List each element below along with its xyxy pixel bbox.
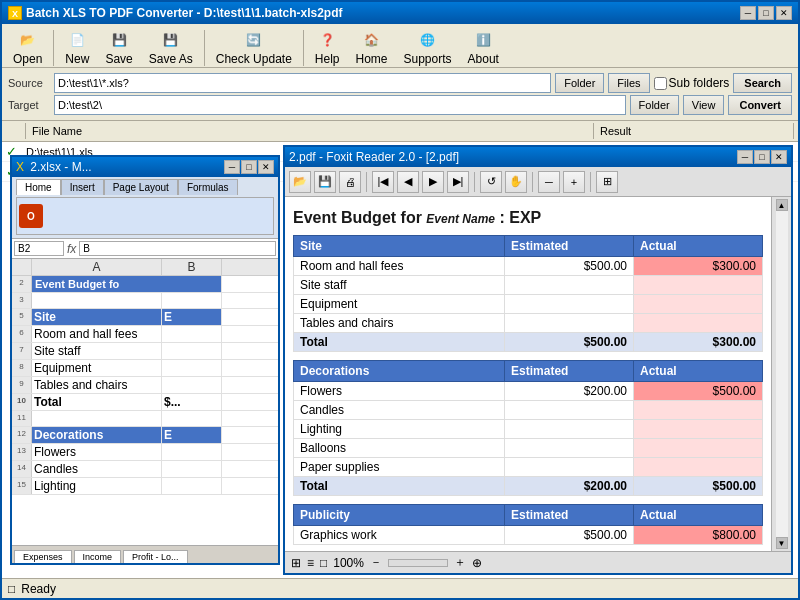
office-button[interactable]: O — [19, 204, 43, 228]
next-page-btn[interactable]: ▶| — [447, 171, 469, 193]
zoom-in-btn[interactable]: + — [563, 171, 585, 193]
pdf-title-bar: 2.pdf - Foxit Reader 2.0 - [2.pdf] ─ □ ✕ — [285, 147, 791, 167]
equip-actual — [634, 295, 763, 314]
col-b-header: B — [162, 259, 222, 275]
sheet-income[interactable]: Income — [74, 550, 122, 563]
tab-home[interactable]: Home — [16, 179, 61, 195]
formula-input[interactable] — [79, 241, 276, 256]
convert-button[interactable]: Convert — [728, 95, 792, 115]
save-button[interactable]: 💾 Save — [98, 27, 139, 69]
help-button[interactable]: ❓ Help — [308, 27, 347, 69]
site-header: Site — [294, 236, 505, 257]
cell-reference[interactable] — [14, 241, 64, 256]
sheet-profit[interactable]: Profit - Lo... — [123, 550, 188, 563]
flowers-cell: Flowers — [32, 444, 162, 460]
excel-ribbon: Home Insert Page Layout Formulas O — [12, 177, 278, 239]
formula-bar: fx — [12, 239, 278, 259]
budget-title-cell[interactable]: Event Budget fo — [32, 276, 222, 292]
print-pdf-btn[interactable]: 🖨 — [339, 171, 361, 193]
source-files-button[interactable]: Files — [608, 73, 649, 93]
target-folder-button[interactable]: Folder — [630, 95, 679, 115]
staff-row: Site staff — [294, 276, 763, 295]
zoom-out-footer[interactable]: － — [370, 554, 382, 571]
site-total-actual: $300.00 — [634, 333, 763, 352]
sheet-expenses[interactable]: Expenses — [14, 550, 72, 563]
title-bar: X Batch XLS TO PDF Converter - D:\test\1… — [2, 2, 798, 24]
target-row: Target Folder View Convert — [8, 95, 792, 115]
open-icon: 📂 — [18, 30, 38, 50]
room-actual: $300.00 — [634, 257, 763, 276]
pdf-minimize[interactable]: ─ — [737, 150, 753, 164]
excel-minimize[interactable]: ─ — [224, 160, 240, 174]
lighting-name: Lighting — [294, 420, 505, 439]
candles-name: Candles — [294, 401, 505, 420]
file-list-header: File Name Result — [2, 121, 798, 142]
room-estimated: $500.00 — [505, 257, 634, 276]
maximize-button[interactable]: □ — [758, 6, 774, 20]
tab-insert[interactable]: Insert — [61, 179, 104, 195]
zoom-in-footer[interactable]: ＋ — [454, 554, 466, 571]
excel-row-11: 11 — [12, 411, 278, 427]
staff-name: Site staff — [294, 276, 505, 295]
equip-cell: Equipment — [32, 360, 162, 376]
zoom-out-btn[interactable]: ─ — [538, 171, 560, 193]
pdf-toolbar: 📂 💾 🖨 |◀ ◀ ▶ ▶| ↺ ✋ ─ + ⊞ — [285, 167, 791, 197]
paper-estimated — [505, 458, 634, 477]
excel-row-14: 14 Candles — [12, 461, 278, 478]
equip-name: Equipment — [294, 295, 505, 314]
page-list-icon: ≡ — [307, 556, 314, 570]
source-folder-button[interactable]: Folder — [555, 73, 604, 93]
close-button[interactable]: ✕ — [776, 6, 792, 20]
about-icon: ℹ️ — [473, 30, 493, 50]
site-e-cell: E — [162, 309, 222, 325]
search-button[interactable]: Search — [733, 73, 792, 93]
site-cell[interactable]: Site — [32, 309, 162, 325]
pdf-close[interactable]: ✕ — [771, 150, 787, 164]
about-button[interactable]: ℹ️ About — [461, 27, 506, 69]
open-pdf-btn[interactable]: 📂 — [289, 171, 311, 193]
excel-close[interactable]: ✕ — [258, 160, 274, 174]
zoom-level: 100% — [333, 556, 364, 570]
home-button[interactable]: 🏠 Home — [349, 27, 395, 69]
minimize-button[interactable]: ─ — [740, 6, 756, 20]
zoom-slider[interactable] — [388, 559, 448, 567]
candles-actual — [634, 401, 763, 420]
balloons-name: Balloons — [294, 439, 505, 458]
source-label: Source — [8, 77, 50, 89]
source-target-panel: Source Folder Files Sub folders Search T… — [2, 68, 798, 121]
target-view-button[interactable]: View — [683, 95, 725, 115]
supports-button[interactable]: 🌐 Supports — [397, 27, 459, 69]
excel-maximize[interactable]: □ — [241, 160, 257, 174]
play-btn[interactable]: ▶ — [422, 171, 444, 193]
fit-page-btn[interactable]: ⊞ — [596, 171, 618, 193]
subfolders-checkbox[interactable] — [654, 77, 667, 90]
tables-row: Tables and chairs — [294, 314, 763, 333]
scroll-up-btn[interactable]: ▲ — [776, 199, 788, 211]
new-button[interactable]: 📄 New — [58, 27, 96, 69]
saveas-button[interactable]: 💾 Save As — [142, 27, 200, 69]
tab-formulas[interactable]: Formulas — [178, 179, 238, 195]
dec-cell[interactable]: Decorations — [32, 427, 162, 443]
target-input[interactable] — [54, 95, 626, 115]
pub-estimated-header: Estimated — [505, 505, 634, 526]
rotate-btn[interactable]: ↺ — [480, 171, 502, 193]
tab-pagelayout[interactable]: Page Layout — [104, 179, 178, 195]
pdf-maximize[interactable]: □ — [754, 150, 770, 164]
prev-page-btn[interactable]: ◀ — [397, 171, 419, 193]
source-input[interactable] — [54, 73, 551, 93]
excel-row-13: 13 Flowers — [12, 444, 278, 461]
save-pdf-btn[interactable]: 💾 — [314, 171, 336, 193]
excel-dec-header: 12 Decorations E — [12, 427, 278, 444]
room-cell: Room and hall fees — [32, 326, 162, 342]
scroll-down-btn[interactable]: ▼ — [776, 537, 788, 549]
page-view-icon: ⊞ — [291, 556, 301, 570]
first-page-btn[interactable]: |◀ — [372, 171, 394, 193]
save-icon: 💾 — [109, 30, 129, 50]
open-button[interactable]: 📂 Open — [6, 27, 49, 69]
app-icon: X — [8, 6, 22, 20]
checkupdate-button[interactable]: 🔄 Check Update — [209, 27, 299, 69]
site-actual-header: Actual — [634, 236, 763, 257]
hand-btn[interactable]: ✋ — [505, 171, 527, 193]
tables-cell: Tables and chairs — [32, 377, 162, 393]
pub-header: Publicity — [294, 505, 505, 526]
